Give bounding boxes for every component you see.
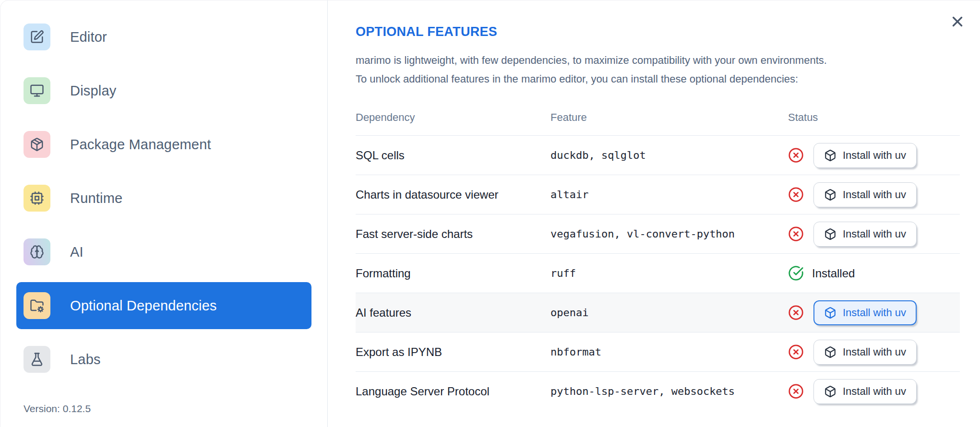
- status-cell: Install with uv: [788, 182, 960, 207]
- install-button-label: Install with uv: [843, 189, 906, 201]
- sidebar-item-ai[interactable]: AI: [16, 228, 311, 275]
- install-button-label: Install with uv: [843, 149, 906, 162]
- table-row: Formatting ruff Installed: [356, 254, 960, 293]
- cpu-icon: [24, 185, 50, 212]
- sidebar-item-editor[interactable]: Editor: [16, 13, 311, 60]
- version-label: Version: 0.12.5: [24, 403, 91, 415]
- dependency-name: SQL cells: [356, 136, 550, 175]
- table-row: AI features openai Install with uv: [356, 293, 960, 332]
- feature-packages: openai: [550, 293, 788, 332]
- dependency-name: Formatting: [356, 254, 550, 293]
- sidebar-item-label: Editor: [70, 29, 107, 45]
- panel-description-line2: To unlock additional features in the mar…: [356, 70, 960, 88]
- optional-features-panel: OPTIONAL FEATURES marimo is lightweight,…: [328, 0, 980, 427]
- status-cell: Install with uv: [788, 143, 960, 168]
- feature-packages: nbformat: [550, 332, 788, 372]
- sidebar-item-label: Display: [70, 83, 117, 99]
- install-with-uv-button[interactable]: Install with uv: [813, 182, 917, 207]
- flask-icon: [24, 346, 50, 373]
- status-cell: Install with uv: [788, 340, 960, 365]
- settings-dialog: Editor Display Package Management Runtim…: [0, 0, 980, 427]
- install-button-label: Install with uv: [843, 346, 906, 358]
- install-button-label: Install with uv: [843, 228, 906, 240]
- status-cell: Installed: [788, 265, 960, 281]
- panel-title: OPTIONAL FEATURES: [356, 24, 960, 39]
- settings-sidebar: Editor Display Package Management Runtim…: [0, 0, 328, 427]
- sidebar-item-optional-dependencies[interactable]: Optional Dependencies: [16, 282, 311, 329]
- close-button[interactable]: [949, 13, 966, 30]
- circle-check-icon: [788, 265, 804, 281]
- circle-x-icon: [788, 226, 804, 242]
- table-row: Export as IPYNB nbformat Install with uv: [356, 332, 960, 372]
- monitor-icon: [24, 77, 50, 104]
- sidebar-item-package-management[interactable]: Package Management: [16, 121, 311, 168]
- circle-x-icon: [788, 187, 804, 202]
- table-header-row: Dependency Feature Status: [356, 103, 960, 136]
- brain-icon: [24, 238, 50, 265]
- install-button-label: Install with uv: [843, 385, 906, 398]
- package-box-icon: [824, 307, 837, 319]
- sidebar-item-labs[interactable]: Labs: [16, 336, 311, 383]
- sidebar-item-label: Labs: [70, 352, 101, 368]
- circle-x-icon: [788, 305, 804, 320]
- package-box-icon: [824, 149, 837, 162]
- package-box-icon: [824, 385, 837, 398]
- status-cell: Install with uv: [788, 379, 960, 404]
- dependency-name: Fast server-side charts: [356, 214, 550, 254]
- dependency-name: Language Server Protocol: [356, 372, 550, 411]
- sidebar-item-label: Optional Dependencies: [70, 298, 217, 314]
- circle-x-icon: [788, 344, 804, 360]
- sidebar-item-label: Runtime: [70, 190, 122, 206]
- panel-description: marimo is lightweight, with few dependen…: [356, 51, 960, 88]
- install-with-uv-button[interactable]: Install with uv: [813, 379, 917, 404]
- square-pen-icon: [24, 24, 50, 50]
- install-with-uv-button[interactable]: Install with uv: [813, 143, 917, 168]
- dependencies-table: Dependency Feature Status SQL cells duck…: [356, 103, 960, 411]
- package-box-icon: [824, 228, 837, 240]
- table-row: Charts in datasource viewer altair Insta…: [356, 175, 960, 214]
- dependency-name: AI features: [356, 293, 550, 332]
- sidebar-item-runtime[interactable]: Runtime: [16, 175, 311, 222]
- dependency-name: Export as IPYNB: [356, 332, 550, 372]
- package-box-icon: [824, 346, 837, 358]
- status-cell: Install with uv: [788, 300, 960, 325]
- sidebar-nav: Editor Display Package Management Runtim…: [16, 13, 311, 383]
- feature-packages: duckdb, sqlglot: [550, 136, 788, 175]
- install-with-uv-button[interactable]: Install with uv: [813, 222, 917, 247]
- install-with-uv-button[interactable]: Install with uv: [813, 340, 917, 365]
- feature-packages: python-lsp-server, websockets: [550, 372, 788, 411]
- install-button-label: Install with uv: [843, 307, 906, 319]
- installed-status-label: Installed: [812, 267, 855, 280]
- feature-packages: altair: [550, 175, 788, 214]
- package-icon: [24, 131, 50, 158]
- table-row: SQL cells duckdb, sqlglot Install with u…: [356, 136, 960, 175]
- column-header-dependency: Dependency: [356, 103, 550, 136]
- feature-packages: vegafusion, vl-convert-python: [550, 214, 788, 254]
- sidebar-item-label: AI: [70, 244, 84, 260]
- feature-packages: ruff: [550, 254, 788, 293]
- table-row: Fast server-side charts vegafusion, vl-c…: [356, 214, 960, 254]
- dependency-name: Charts in datasource viewer: [356, 175, 550, 214]
- circle-x-icon: [788, 383, 804, 399]
- status-cell: Install with uv: [788, 222, 960, 247]
- panel-description-line1: marimo is lightweight, with few dependen…: [356, 51, 960, 70]
- folder-cog-icon: [24, 292, 50, 319]
- package-box-icon: [824, 189, 837, 201]
- circle-x-icon: [788, 147, 804, 163]
- column-header-status: Status: [788, 103, 960, 136]
- sidebar-item-label: Package Management: [70, 137, 211, 153]
- sidebar-item-display[interactable]: Display: [16, 67, 311, 114]
- install-with-uv-button[interactable]: Install with uv: [813, 300, 917, 325]
- column-header-feature: Feature: [550, 103, 788, 136]
- close-icon: [949, 24, 966, 31]
- table-row: Language Server Protocol python-lsp-serv…: [356, 372, 960, 411]
